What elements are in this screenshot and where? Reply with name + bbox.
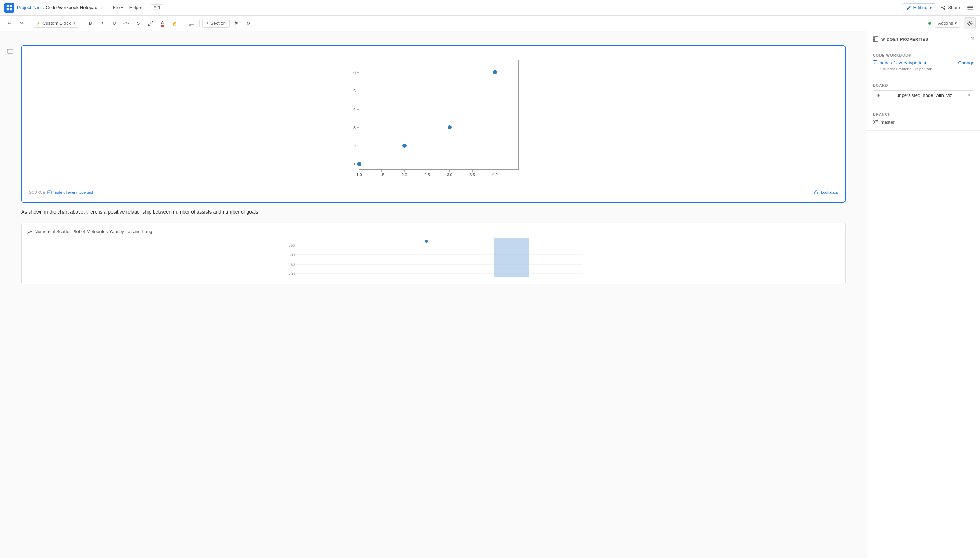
project-link[interactable]: Project Yani bbox=[17, 5, 41, 10]
section-button[interactable]: + Section bbox=[202, 19, 230, 28]
node-icon bbox=[873, 61, 877, 65]
lock-icon bbox=[814, 190, 819, 195]
svg-point-60 bbox=[425, 240, 428, 243]
flag-button[interactable]: ⚑ bbox=[231, 18, 242, 29]
svg-text:3: 3 bbox=[354, 126, 355, 130]
sep2 bbox=[82, 20, 82, 27]
code-workbook-row: node of every type test /Foundry Fronten… bbox=[873, 60, 974, 71]
svg-text:2.5: 2.5 bbox=[424, 172, 429, 177]
svg-point-46 bbox=[402, 144, 406, 148]
bold-button[interactable]: B bbox=[85, 18, 95, 29]
editing-dropdown-icon: ▾ bbox=[929, 5, 932, 10]
svg-point-65 bbox=[873, 120, 875, 121]
svg-rect-15 bbox=[189, 25, 191, 26]
svg-text:350: 350 bbox=[289, 244, 295, 248]
help-menu[interactable]: Help bbox=[127, 4, 144, 11]
editing-button[interactable]: Editing ▾ bbox=[902, 3, 937, 12]
branch-value-text: master bbox=[881, 120, 895, 125]
description-text: As shown in the chart above, there is a … bbox=[21, 208, 845, 216]
breadcrumb-sep: › bbox=[43, 5, 44, 10]
breadcrumb: Project Yani › Code Workbook Notepad ☆ bbox=[17, 5, 104, 10]
panel-close-button[interactable]: × bbox=[970, 35, 974, 43]
topbar-menus: File Help bbox=[110, 4, 144, 11]
strikethrough-button[interactable]: S bbox=[133, 18, 144, 29]
svg-rect-17 bbox=[7, 49, 13, 53]
comment-icon[interactable] bbox=[7, 49, 13, 56]
svg-text:4.0: 4.0 bbox=[492, 172, 497, 177]
panel-title: WIDGET PROPERTIES bbox=[873, 36, 928, 42]
chart2-title-text: Numerical Scatter Plot of Meteorites Yan… bbox=[35, 229, 152, 234]
share-label: Share bbox=[948, 5, 960, 10]
svg-text:1.5: 1.5 bbox=[379, 172, 384, 177]
section-plus-icon: + bbox=[206, 21, 209, 26]
align-button[interactable] bbox=[186, 18, 196, 29]
share-button[interactable]: Share bbox=[941, 5, 960, 10]
table-icon-btn[interactable]: ⊞ 1 bbox=[150, 4, 164, 11]
actions-button[interactable]: Actions ▾ bbox=[934, 19, 961, 28]
svg-point-6 bbox=[944, 8, 945, 10]
svg-rect-3 bbox=[10, 8, 12, 10]
node-path: /Foundry Frontend/Project Yani bbox=[880, 66, 933, 71]
settings-button[interactable] bbox=[964, 17, 976, 30]
lock-data-label: Lock data bbox=[821, 190, 838, 194]
node-link[interactable]: node of every type test bbox=[880, 60, 926, 66]
source-link[interactable]: node of every type test bbox=[54, 190, 93, 194]
svg-text:2.0: 2.0 bbox=[401, 172, 407, 177]
hamburger-menu[interactable] bbox=[964, 2, 976, 13]
svg-text:2: 2 bbox=[354, 144, 355, 148]
svg-point-5 bbox=[941, 7, 942, 8]
highlight-button[interactable] bbox=[169, 18, 180, 29]
svg-text:3.5: 3.5 bbox=[469, 172, 475, 177]
chart1-source: SOURCE node of every type test bbox=[29, 190, 93, 194]
notebook-title: Code Workbook Notepad bbox=[46, 5, 97, 10]
svg-text:4: 4 bbox=[354, 107, 355, 112]
change-link[interactable]: Change bbox=[958, 60, 974, 66]
toolbar-right: Actions ▾ bbox=[928, 17, 976, 30]
svg-rect-0 bbox=[7, 5, 9, 7]
code-button[interactable]: </> bbox=[121, 18, 132, 29]
branch-icon bbox=[873, 119, 878, 125]
content-area: 1 2 3 4 5 6 1.0 1.5 2.0 bbox=[0, 31, 867, 558]
file-menu[interactable]: File bbox=[110, 4, 126, 11]
svg-rect-11 bbox=[967, 9, 973, 10]
block-type-selector[interactable]: ★ Custom Block ▾ bbox=[33, 19, 79, 28]
underline-button[interactable]: U bbox=[109, 18, 120, 29]
svg-rect-2 bbox=[7, 8, 9, 10]
sep3 bbox=[183, 20, 183, 27]
undo-button[interactable]: ↩ bbox=[4, 18, 15, 29]
svg-point-16 bbox=[969, 22, 971, 24]
chart1-footer: SOURCE node of every type test Lock data bbox=[29, 187, 838, 195]
svg-point-47 bbox=[447, 125, 452, 130]
section-label: Section bbox=[210, 21, 226, 26]
italic-button[interactable]: I bbox=[97, 18, 108, 29]
lock-data-btn[interactable]: Lock data bbox=[814, 190, 838, 195]
board-selector[interactable]: ⊞ unpersisted_node_with_viz ▾ bbox=[873, 90, 974, 100]
board-chevron-icon: ▾ bbox=[968, 93, 970, 98]
block-type-chevron: ▾ bbox=[73, 21, 76, 26]
chart1-container: 1 2 3 4 5 6 1.0 1.5 2.0 bbox=[21, 45, 845, 203]
node-link-row: node of every type test bbox=[873, 60, 933, 66]
panel-title-text: WIDGET PROPERTIES bbox=[881, 37, 928, 41]
gear-button[interactable]: ⚙ bbox=[243, 18, 254, 29]
svg-point-4 bbox=[944, 6, 945, 7]
text-color-button[interactable]: A bbox=[157, 18, 168, 29]
star-icon[interactable]: ☆ bbox=[100, 5, 104, 10]
link-button[interactable] bbox=[145, 18, 156, 29]
chart2-container: Numerical Scatter Plot of Meteorites Yan… bbox=[21, 223, 845, 284]
source-node-icon bbox=[48, 190, 52, 194]
chart2-icon bbox=[27, 229, 32, 234]
main-layout: 1 2 3 4 5 6 1.0 1.5 2.0 bbox=[0, 31, 980, 558]
svg-rect-14 bbox=[189, 24, 194, 25]
redo-button[interactable]: ↪ bbox=[16, 18, 27, 29]
scatter-plot: 1 2 3 4 5 6 1.0 1.5 2.0 bbox=[338, 53, 529, 184]
svg-text:3.0: 3.0 bbox=[447, 172, 452, 177]
block-type-label: Custom Block bbox=[43, 21, 71, 26]
topbar: Project Yani › Code Workbook Notepad ☆ F… bbox=[0, 0, 980, 16]
table-num: 1 bbox=[158, 5, 161, 10]
panel-header: WIDGET PROPERTIES × bbox=[867, 31, 980, 48]
svg-line-8 bbox=[942, 8, 944, 9]
source-label: SOURCE bbox=[29, 190, 45, 194]
svg-point-48 bbox=[493, 70, 497, 74]
svg-rect-59 bbox=[493, 238, 529, 277]
toolbar: ↩ ↪ ★ Custom Block ▾ B I U </> S A + Sec… bbox=[0, 16, 980, 31]
